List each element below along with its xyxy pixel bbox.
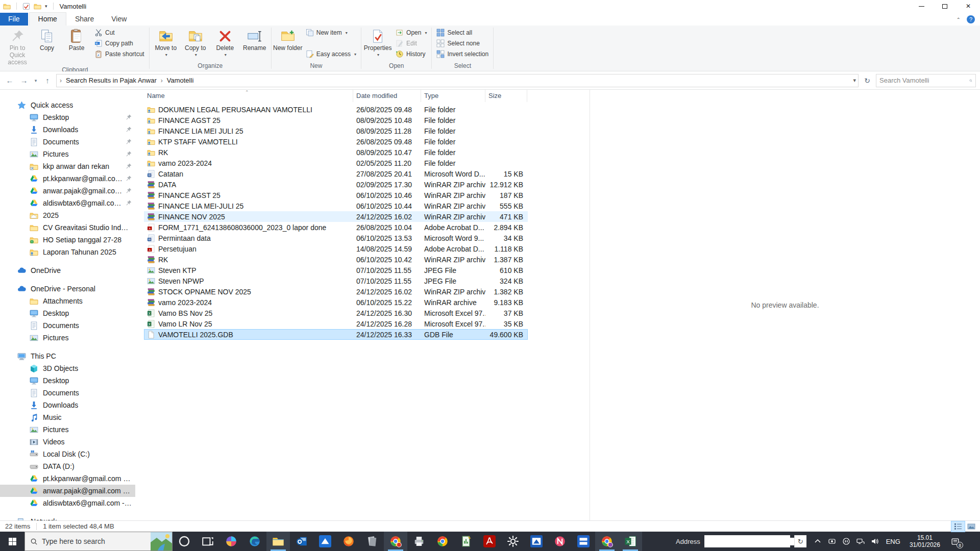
sidebar-item-desktop[interactable]: Desktop [0, 374, 135, 387]
file-row-vamo-lr-nov-25[interactable]: XVamo LR Nov 2524/12/2025 16.28Microsoft… [144, 318, 528, 329]
rename-button[interactable]: Rename [240, 27, 270, 60]
taskbar-epson-scan-button[interactable] [525, 532, 548, 551]
delete-button[interactable]: Delete▾ [210, 27, 240, 60]
sidebar-item-this-pc[interactable]: This PC [0, 350, 135, 362]
address-bar[interactable]: ›Search Results in Pajak Anwar›Vamotelli… [56, 74, 859, 87]
file-row-vamo-bs-nov-25[interactable]: XVamo BS Nov 2524/12/2025 16.30Microsoft… [144, 308, 528, 318]
address-dropdown-icon[interactable]: ▾ [853, 77, 856, 84]
refresh-icon[interactable]: ↻ [862, 77, 873, 85]
language-indicator[interactable]: ENG [883, 538, 903, 545]
paste-button[interactable]: Paste [62, 27, 91, 60]
edit-button[interactable]: Edit [396, 38, 427, 48]
recent-locations-icon[interactable]: ▾ [33, 75, 39, 86]
sidebar-item-kkp-anwar-dan-rekan[interactable]: kkp anwar dan rekan [0, 160, 135, 172]
sidebar-item-onedrive-personal[interactable]: OneDrive - Personal [0, 283, 135, 295]
sidebar-item-data-d[interactable]: DATA (D:) [0, 460, 135, 472]
file-row-finance-lia-mei-juli-25[interactable]: FINANCE LIA MEI-JULI 2506/10/2025 10.44W… [144, 201, 528, 211]
action-center-button[interactable]: 8 [946, 532, 965, 551]
file-row-finance-agst-25[interactable]: FINANCE AGST 2506/10/2025 10.46WinRAR ZI… [144, 190, 528, 201]
sidebar-item-aldiswbtax6-gmail-com-googl-i[interactable]: aldiswbtax6@gmail.com - Googl... (I [0, 197, 135, 209]
history-button[interactable]: History [396, 49, 427, 59]
sidebar-item-laporan-tahunan-2025[interactable]: Laporan Tahunan 2025 [0, 246, 135, 258]
move-to-button[interactable]: Move to▾ [151, 27, 181, 60]
breadcrumb-item[interactable]: Vamotelli [164, 77, 197, 84]
tab-home[interactable]: Home [29, 12, 66, 26]
taskbar-firefox-button[interactable] [337, 532, 360, 551]
tab-file[interactable]: File [0, 13, 28, 26]
sidebar-item-quick-access[interactable]: Quick access [0, 99, 135, 111]
taskbar-task-view-button[interactable] [196, 532, 219, 551]
sidebar-item-3d-objects[interactable]: 3D Objects [0, 362, 135, 374]
address-go-button[interactable]: ↻ [794, 535, 806, 547]
sidebar-item-anwar-pajak-gmail-com-googl-h[interactable]: anwar.pajak@gmail.com - Googl... (H:) [0, 485, 135, 497]
pin-to-quick-access-button[interactable]: Pin to Quick access [3, 27, 32, 66]
network-icon[interactable] [854, 532, 867, 551]
sidebar-item-downloads[interactable]: Downloads [0, 399, 135, 411]
file-row-permintaan-data[interactable]: WPermintaan data06/10/2025 13.53Microsof… [144, 233, 528, 243]
qat-dropdown-icon[interactable]: ▾ [45, 4, 47, 9]
taskbar-search-input[interactable] [42, 537, 146, 545]
taskbar-red-app-button[interactable] [548, 532, 572, 551]
open-button[interactable]: Open▾ [396, 28, 427, 38]
forward-button[interactable]: → [18, 75, 30, 86]
sidebar-item-anwar-pajak-gmail-com-googl-h[interactable]: anwar.pajak@gmail.com - Googl... (H [0, 185, 135, 197]
taskbar-chrome-profile-2-button[interactable] [595, 532, 619, 551]
qat-properties-icon[interactable] [22, 3, 30, 10]
copy-path-button[interactable]: W...Copy path [94, 38, 144, 48]
file-row-finance-lia-mei-juli-25[interactable]: FINANCE LIA MEI JULI 2508/09/2025 11.28F… [144, 126, 528, 136]
taskbar-printer-app-button[interactable] [407, 532, 431, 551]
taskbar-notes-app-button[interactable] [360, 532, 384, 551]
file-row-steven-npwp[interactable]: Steven NPWP07/10/2025 11.55JPEG File324 … [144, 276, 528, 286]
sidebar-item-pictures[interactable]: Pictures [0, 332, 135, 344]
sidebar-item-documents[interactable]: Documents [0, 136, 135, 148]
sidebar-item-videos[interactable]: Videos [0, 436, 135, 448]
file-row-vamo-2023-2024[interactable]: vamo 2023-202402/05/2025 11.20File folde… [144, 158, 528, 168]
minimize-button[interactable] [910, 0, 933, 12]
easy-access-button[interactable]: Easy access▾ [306, 49, 356, 59]
file-row-vamo-2023-2024[interactable]: vamo 2023-202406/10/2025 15.22WinRAR arc… [144, 297, 528, 308]
audio-device-icon[interactable] [840, 532, 852, 551]
sidebar-item-documents[interactable]: Documents [0, 387, 135, 399]
sidebar-item-network[interactable]: Network [0, 515, 135, 520]
back-button[interactable]: ← [4, 75, 15, 86]
close-button[interactable]: ✕ [957, 0, 980, 12]
file-row-finance-nov-2025[interactable]: FINANCE NOV 202524/12/2025 16.02WinRAR Z… [144, 211, 528, 222]
sidebar-item-attachments[interactable]: Attachments [0, 295, 135, 307]
sidebar-item-music[interactable]: Music [0, 411, 135, 423]
sidebar-item-pt-kkpanwar-gmail-com-googl-g[interactable]: pt.kkpanwar@gmail.com - Googl... (G:) [0, 472, 135, 485]
taskbar-outlook-button[interactable] [290, 532, 313, 551]
select-none-button[interactable]: Select none [436, 38, 488, 48]
taskbar-file-explorer-button[interactable] [266, 532, 290, 551]
breadcrumb-item[interactable]: Search Results in Pajak Anwar [63, 77, 160, 84]
clock[interactable]: 15.01 31/01/2026 [905, 534, 944, 548]
taskbar-settings-button[interactable] [501, 532, 525, 551]
taskbar-chrome-button[interactable] [431, 532, 454, 551]
start-button[interactable] [0, 532, 24, 551]
cut-button[interactable]: Cut [94, 28, 144, 38]
taskbar-acrobat-button[interactable] [478, 532, 501, 551]
file-row-steven-ktp[interactable]: Steven KTP07/10/2025 11.55JPEG File610 K… [144, 265, 528, 276]
column-header-date-modified[interactable]: Date modified [353, 90, 421, 102]
tab-share[interactable]: Share [66, 13, 103, 26]
explorer-search-input[interactable] [879, 77, 969, 84]
file-row-dokumen-legal-perusahaan-vamotelli[interactable]: DOKUMEN LEGAL PERUSAHAAN VAMOTELLI26/08/… [144, 104, 528, 115]
tab-view[interactable]: View [103, 13, 135, 26]
capture-icon[interactable] [826, 532, 838, 551]
qat-folder-icon[interactable] [34, 3, 41, 10]
collapse-ribbon-icon[interactable]: ⌃ [957, 17, 961, 22]
up-button[interactable]: ↑ [42, 75, 53, 86]
new-item-button[interactable]: New item▾ [306, 28, 356, 38]
details-view-button[interactable] [951, 521, 965, 532]
taskbar-copilot-button[interactable] [219, 532, 243, 551]
paste-shortcut-button[interactable]: Paste shortcut [94, 49, 144, 59]
file-row-rk[interactable]: RK06/10/2025 10.42WinRAR ZIP archive1.38… [144, 254, 528, 265]
volume-icon[interactable] [869, 532, 881, 551]
sidebar-item-pt-kkpanwar-gmail-com-googl[interactable]: pt.kkpanwar@gmail.com - Googl... ( [0, 172, 135, 185]
help-button[interactable]: ? [967, 15, 975, 23]
properties-button[interactable]: Properties▾ [363, 27, 393, 60]
sidebar-item-cv-greavitasi-studio-indonesia[interactable]: CV Greavitasi Studio Indonesia [0, 221, 135, 234]
taskbar-scan-app-button[interactable] [313, 532, 337, 551]
taskbar-chrome-profile-1-button[interactable] [384, 532, 407, 551]
invert-selection-button[interactable]: Invert selection [436, 49, 488, 59]
new-folder-button[interactable]: New folder [273, 27, 303, 60]
